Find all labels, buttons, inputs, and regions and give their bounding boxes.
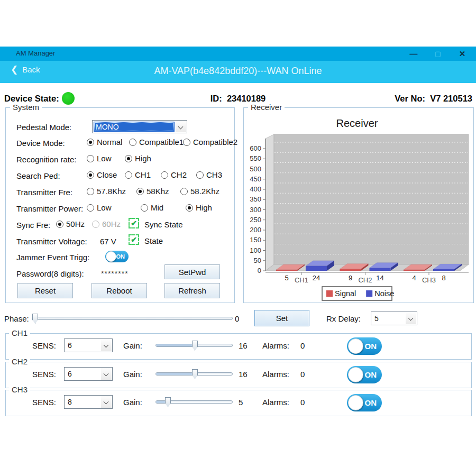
device-id: ID: 23410189 [159, 94, 317, 104]
toggle-knob [348, 395, 363, 410]
svg-text:250: 250 [250, 216, 261, 224]
toggle-knob [106, 251, 116, 262]
sens-label: SENS: [32, 370, 56, 379]
chevron-down-icon[interactable] [406, 313, 416, 324]
radio-icon [87, 204, 94, 212]
alarms-label: Alarms: [262, 398, 289, 407]
radio-label: Compatible2 [193, 138, 237, 147]
radio-icon [87, 139, 94, 146]
radio-fre-58-2[interactable]: 58.2Khz [180, 187, 219, 196]
transmitter-voltage-label: Transmitter Voltage: [16, 237, 87, 246]
radio-icon [87, 188, 94, 195]
refresh-button[interactable]: Refresh [164, 283, 220, 298]
toggle-state-label: ON [365, 342, 377, 351]
ver-value: V7 210513 [430, 94, 472, 103]
pedestal-mode-dropdown[interactable]: MONO [92, 120, 187, 133]
svg-text:Noise: Noise [374, 289, 394, 298]
radio-icon [125, 155, 132, 162]
radio-label: Low [97, 203, 112, 212]
sync-fre-label: Sync Fre: [16, 221, 50, 230]
sens-value: 6 [68, 368, 99, 380]
check-icon: ✔ [131, 236, 137, 243]
radio-label: CH1 [135, 170, 151, 179]
phase-slider-thumb[interactable] [32, 314, 38, 324]
svg-text:450: 450 [250, 175, 261, 183]
radio-search-ch2[interactable]: CH2 [161, 170, 187, 179]
radio-power-mid[interactable]: Mid [141, 203, 163, 212]
maximize-button[interactable]: ▢ [426, 47, 450, 61]
ch1-group: CH1 SENS: 6 Gain: 16 Alarms: 0 ON [5, 333, 472, 360]
ch3-sens-dropdown[interactable]: 8 [64, 395, 113, 409]
pedestal-mode-label: Pedestal Mode: [16, 123, 71, 132]
radio-sync-60hz[interactable]: 60Hz [92, 219, 121, 228]
radio-label: 57.8Khz [97, 187, 126, 196]
voltage-state-checkbox[interactable]: ✔ [129, 234, 139, 245]
radio-fre-58[interactable]: 58Khz [136, 187, 169, 196]
radio-power-low[interactable]: Low [87, 203, 112, 212]
gain-value: 5 [239, 398, 243, 407]
chevron-down-icon[interactable] [101, 368, 112, 380]
radio-label: CH2 [171, 170, 187, 179]
sync-state-checkbox[interactable]: ✔ [129, 218, 139, 228]
ch3-toggle[interactable]: ON [347, 394, 382, 411]
toggle-state-label: ON [365, 370, 377, 379]
radio-icon [56, 221, 63, 228]
alarms-label: Alarms: [262, 341, 289, 350]
system-group: System Pedestal Mode: MONO Device Mode: … [5, 107, 235, 303]
radio-search-close[interactable]: Close [87, 170, 117, 179]
radio-icon [87, 155, 94, 162]
radio-icon [180, 188, 188, 195]
ch1-gain-slider-thumb[interactable] [192, 341, 198, 351]
ch2-group-label: CH2 [9, 357, 30, 366]
radio-device-mode-compatible2[interactable]: Compatible2 [183, 138, 237, 147]
ch2-gain-slider-thumb[interactable] [192, 369, 198, 379]
radio-fre-57-8[interactable]: 57.8Khz [87, 187, 126, 196]
reset-button[interactable]: Reset [17, 283, 73, 298]
ch2-sens-dropdown[interactable]: 6 [64, 367, 113, 381]
radio-search-ch3[interactable]: CH3 [196, 170, 222, 179]
rx-delay-label: Rx Delay: [326, 314, 361, 323]
radio-icon [186, 204, 193, 212]
gain-value: 16 [239, 341, 248, 350]
jammer-toggle[interactable]: ON [105, 251, 129, 262]
radio-device-mode-normal[interactable]: Normal [87, 138, 122, 147]
minimize-button[interactable]: — [402, 47, 425, 61]
transmitter-power-label: Transmitter Power: [16, 204, 83, 213]
svg-text:50: 50 [254, 257, 261, 264]
transmitter-voltage-value: 67 V [100, 237, 116, 246]
toggle-state-label: ON [365, 398, 377, 407]
radio-power-high[interactable]: High [186, 203, 212, 212]
radio-search-ch1[interactable]: CH1 [125, 170, 151, 179]
radio-recognition-low[interactable]: Low [87, 154, 112, 163]
gain-label: Gain: [123, 370, 142, 379]
radio-sync-50hz[interactable]: 50Hz [56, 219, 85, 228]
setpwd-button[interactable]: SetPwd [164, 264, 220, 279]
radio-recognition-high[interactable]: High [125, 154, 151, 163]
radio-icon [125, 171, 132, 179]
alarms-label: Alarms: [262, 370, 289, 379]
receiver-group: Receiver Receiver05010015020025030035040… [243, 107, 474, 303]
rx-delay-dropdown[interactable]: 5 [371, 312, 417, 325]
chevron-down-icon[interactable] [101, 396, 112, 408]
set-button[interactable]: Set [254, 310, 309, 326]
svg-text:400: 400 [250, 185, 261, 193]
radio-device-mode-compatible1[interactable]: Compatible1 [129, 138, 184, 147]
close-button[interactable]: ✕ [451, 47, 474, 61]
ch3-gain-slider-thumb[interactable] [165, 397, 171, 407]
chevron-down-icon[interactable] [176, 121, 186, 132]
alarms-value: 0 [300, 370, 305, 379]
toggle-knob [348, 367, 363, 382]
ch2-toggle[interactable]: ON [347, 366, 382, 383]
chevron-down-icon[interactable] [101, 340, 112, 351]
ch1-sens-dropdown[interactable]: 6 [64, 338, 113, 352]
radio-icon [161, 171, 168, 179]
svg-text:4: 4 [412, 274, 416, 282]
rx-delay-value: 5 [374, 312, 404, 325]
svg-text:14: 14 [376, 274, 383, 282]
ver-label: Ver No: [395, 94, 425, 103]
ch1-toggle[interactable]: ON [347, 337, 382, 355]
id-value: 23410189 [227, 94, 266, 103]
phase-slider[interactable] [32, 317, 233, 320]
id-label: ID: [210, 94, 222, 103]
reboot-button[interactable]: Reboot [91, 283, 147, 298]
